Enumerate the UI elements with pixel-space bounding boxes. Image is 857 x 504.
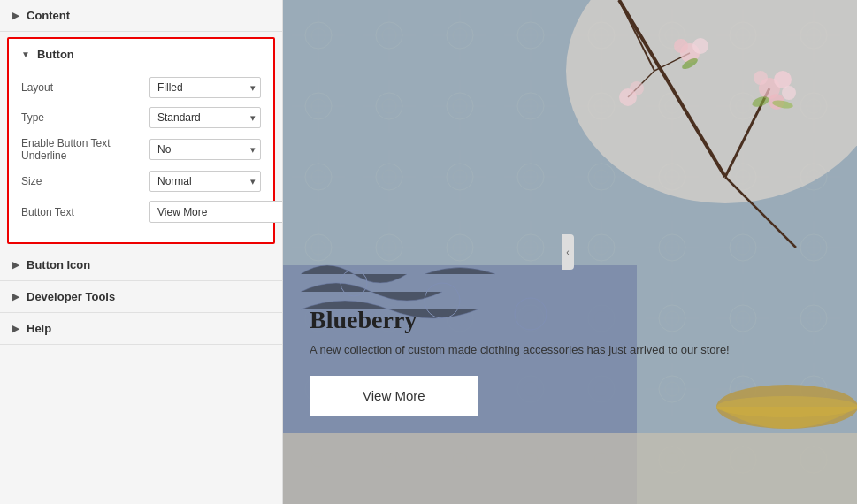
- left-panel: ▶ Content ▼ Button Layout Filled Outline…: [0, 0, 283, 504]
- underline-select-wrapper: No Yes: [149, 139, 261, 160]
- size-control: Normal Small Large: [149, 171, 261, 192]
- svg-point-15: [754, 71, 768, 85]
- help-chevron-icon: ▶: [12, 324, 19, 333]
- type-select[interactable]: Standard Submit Reset: [149, 107, 261, 128]
- button-icon-section-label: Button Icon: [27, 258, 90, 271]
- layout-control: Filled Outlined Text: [149, 77, 261, 98]
- underline-field-row: Enable Button Text Underline No Yes: [21, 137, 261, 162]
- layout-select-wrapper: Filled Outlined Text: [149, 77, 261, 98]
- layout-select[interactable]: Filled Outlined Text: [149, 77, 261, 98]
- svg-rect-32: [283, 433, 857, 504]
- button-icon-chevron-icon: ▶: [12, 260, 19, 270]
- type-field-row: Type Standard Submit Reset: [21, 107, 261, 128]
- button-section-label: Button: [37, 48, 74, 61]
- content-section-label: Content: [27, 9, 70, 22]
- svg-point-22: [630, 81, 644, 95]
- button-text-label: Button Text: [21, 206, 149, 218]
- button-section-header[interactable]: ▼ Button: [9, 39, 273, 70]
- svg-point-17: [782, 86, 796, 100]
- collapse-handle[interactable]: ‹: [562, 234, 574, 270]
- type-control: Standard Submit Reset: [149, 107, 261, 128]
- button-section: ▼ Button Layout Filled Outlined Text: [7, 37, 275, 244]
- preview-description: A new collection of custom made clothing…: [310, 341, 830, 359]
- size-select-wrapper: Normal Small Large: [149, 171, 261, 192]
- underline-control: No Yes: [149, 139, 261, 160]
- underline-label: Enable Button Text Underline: [21, 137, 149, 162]
- overlay-content: Blueberry A new collection of custom mad…: [310, 306, 830, 416]
- type-label: Type: [21, 111, 149, 124]
- developer-tools-section-label: Developer Tools: [27, 290, 115, 303]
- developer-tools-chevron-icon: ▶: [12, 292, 19, 302]
- button-text-input-wrapper: ≡: [149, 201, 283, 223]
- button-text-input[interactable]: [150, 202, 283, 222]
- help-section-label: Help: [27, 322, 51, 335]
- button-chevron-icon: ▼: [21, 50, 30, 59]
- button-icon-section-header[interactable]: ▶ Button Icon: [0, 249, 282, 281]
- developer-tools-section-header[interactable]: ▶ Developer Tools: [0, 281, 282, 313]
- size-label: Size: [21, 175, 149, 187]
- button-section-body: Layout Filled Outlined Text Type: [9, 70, 273, 242]
- layout-field-row: Layout Filled Outlined Text: [21, 77, 261, 98]
- button-text-control: ≡: [149, 201, 283, 223]
- content-section-header[interactable]: ▶ Content: [0, 0, 282, 32]
- size-select[interactable]: Normal Small Large: [149, 171, 261, 192]
- svg-point-20: [674, 39, 688, 53]
- button-text-field-row: Button Text ≡: [21, 201, 261, 223]
- underline-select[interactable]: No Yes: [149, 139, 261, 160]
- content-chevron-icon: ▶: [12, 11, 19, 20]
- layout-label: Layout: [21, 81, 149, 94]
- svg-point-19: [692, 38, 708, 54]
- size-field-row: Size Normal Small Large: [21, 171, 261, 192]
- help-section-header[interactable]: ▶ Help: [0, 313, 282, 345]
- preview-title: Blueberry: [310, 306, 830, 334]
- preview-view-more-button[interactable]: View More: [310, 376, 478, 416]
- type-select-wrapper: Standard Submit Reset: [149, 107, 261, 128]
